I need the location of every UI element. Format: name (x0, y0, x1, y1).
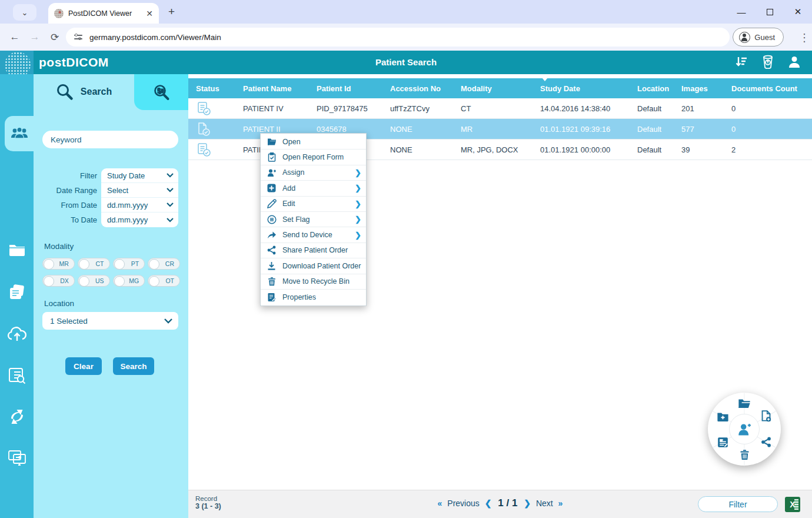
cell-location: Default (630, 98, 674, 118)
menu-item-move-to-recycle-bin[interactable]: Move to Recycle Bin (261, 274, 366, 290)
radial-add-document-button[interactable] (760, 410, 773, 423)
filter-select[interactable]: Study Date (101, 168, 178, 183)
menu-item-add[interactable]: Add ❯ (261, 181, 366, 196)
menu-item-open-report-form[interactable]: Open Report Form (261, 150, 366, 165)
column-header-status[interactable]: Status (188, 78, 235, 98)
radial-assign-user-button[interactable] (729, 414, 760, 444)
menu-item-send-to-device[interactable]: Send to Device ❯ (261, 227, 366, 243)
cell-study-date: 01.01.1921 09:39:16 (533, 119, 630, 139)
modality-toggle-mr[interactable]: MR (42, 258, 75, 270)
user-icon[interactable] (787, 55, 801, 69)
app-header: postDICOM Patient Search (0, 51, 812, 74)
clear-button[interactable]: Clear (65, 357, 102, 375)
close-button[interactable]: ✕ (784, 6, 812, 17)
previous-page-button[interactable]: Previous (447, 499, 479, 508)
column-header-study-date[interactable]: Study Date (533, 78, 630, 98)
forward-button[interactable]: → (25, 31, 45, 43)
filter-button[interactable]: Filter (698, 496, 778, 512)
tab-advanced-search[interactable] (134, 74, 188, 110)
modality-toggle-pt[interactable]: PT (113, 258, 145, 270)
nav-records[interactable] (0, 279, 34, 305)
new-tab-button[interactable]: + (168, 6, 175, 17)
nav-upload[interactable] (0, 321, 34, 347)
from-date-select[interactable]: dd.mm.yyyy (101, 198, 178, 212)
column-header-patient-name[interactable]: Patient Name (235, 78, 309, 98)
nav-transfer[interactable] (0, 404, 34, 430)
site-settings-icon[interactable] (74, 33, 84, 41)
add-square-icon (267, 184, 277, 192)
profile-button[interactable]: Guest (733, 28, 784, 47)
column-header-modality[interactable]: Modality (453, 78, 533, 98)
radial-add-folder-button[interactable] (716, 410, 729, 423)
records-stack-icon (8, 283, 26, 301)
next-step-icon[interactable]: ❯ (524, 499, 531, 508)
address-bar[interactable]: germany.postdicom.com/Viewer/Main (66, 28, 730, 47)
menu-item-open[interactable]: Open (261, 134, 366, 150)
dual-screen-icon (8, 450, 26, 466)
radial-delete-button[interactable] (738, 448, 751, 461)
menu-item-download-patient-order[interactable]: Download Patient Order (261, 258, 366, 274)
modality-toggle-dx[interactable]: DX (42, 275, 75, 287)
filter-label: Filter (41, 171, 97, 180)
next-page-button[interactable]: Next (536, 499, 553, 508)
menu-item-properties[interactable]: Properties (261, 290, 366, 305)
download-icon (267, 261, 277, 270)
prev-step-icon[interactable]: ❮ (485, 499, 492, 508)
sort-descending-icon (542, 78, 548, 81)
table-row[interactable]: PATIENT IV PID_97178475 uffTzZTCvy CT 14… (188, 98, 812, 119)
column-header-images[interactable]: Images (674, 78, 724, 98)
browser-menu-button[interactable] (799, 31, 801, 43)
last-page-button[interactable]: » (558, 499, 563, 508)
column-header-patient-id[interactable]: Patient Id (309, 78, 382, 98)
radial-open-folder-button[interactable] (738, 397, 751, 410)
browser-tab[interactable]: PostDICOM Viewer ✕ (48, 3, 159, 24)
radial-share-button[interactable] (760, 436, 773, 449)
list-search-icon (8, 367, 26, 384)
reload-button[interactable]: ⟳ (45, 31, 65, 44)
menu-item-set-flag[interactable]: Set Flag ❯ (261, 212, 366, 227)
nav-remote-screens[interactable] (0, 445, 34, 471)
column-header-documents[interactable]: Documents Count (724, 78, 812, 98)
column-header-accession[interactable]: Accession No (382, 78, 453, 98)
search-button[interactable]: Search (113, 357, 154, 375)
column-header-location[interactable]: Location (630, 78, 674, 98)
menu-item-assign[interactable]: Assign ❯ (261, 165, 366, 181)
to-date-select[interactable]: dd.mm.yyyy (101, 212, 178, 227)
cell-modality: CT (453, 98, 533, 118)
study-status-icon (196, 142, 212, 158)
menu-item-share-patient-order[interactable]: Share Patient Order (261, 243, 366, 258)
cell-modality: MR, JPG, DOCX (453, 140, 533, 160)
back-button[interactable]: ← (5, 31, 25, 43)
modality-toggle-us[interactable]: US (78, 275, 110, 287)
cell-accession: NONE (382, 140, 453, 160)
modality-toggle-mg[interactable]: MG (113, 275, 145, 287)
results-area: Status Patient Name Patient Id Accession… (188, 74, 812, 490)
chevron-down-icon (167, 188, 174, 192)
tab-basic-search[interactable]: Search (34, 74, 134, 109)
sort-order-icon[interactable] (734, 55, 748, 69)
location-select[interactable]: 1 Selected (42, 312, 178, 330)
nav-folders[interactable] (0, 237, 34, 263)
modality-toggle-ct[interactable]: CT (78, 258, 110, 270)
page-indicator: 1 / 1 (498, 497, 517, 509)
maximize-button[interactable] (756, 7, 784, 17)
date-range-select[interactable]: Select (101, 183, 178, 198)
excel-export-icon[interactable]: X (785, 497, 800, 512)
browser-toolbar: ← → ⟳ germany.postdicom.com/Viewer/Main … (0, 24, 812, 51)
share-icon (267, 245, 277, 255)
tab-close-icon[interactable]: ✕ (146, 9, 153, 18)
recycle-bin-icon[interactable] (761, 55, 774, 69)
keyword-input[interactable] (42, 131, 178, 148)
minimize-button[interactable]: — (727, 7, 756, 17)
menu-item-edit[interactable]: Edit ❯ (261, 197, 366, 212)
cell-patient-id: PID_97178475 (309, 98, 382, 118)
first-page-button[interactable]: « (438, 499, 442, 508)
tab-search-button[interactable]: ⌄ (13, 4, 36, 21)
report-form-icon (267, 152, 277, 162)
nav-worklist-search[interactable] (0, 363, 34, 388)
modality-toggle-cr[interactable]: CR (148, 258, 180, 270)
nav-patient-search[interactable] (5, 116, 34, 151)
modality-toggle-ot[interactable]: OT (148, 275, 180, 287)
browser-titlebar: ⌄ PostDICOM Viewer ✕ + — ✕ (0, 0, 812, 24)
radial-properties-button[interactable] (716, 436, 729, 449)
